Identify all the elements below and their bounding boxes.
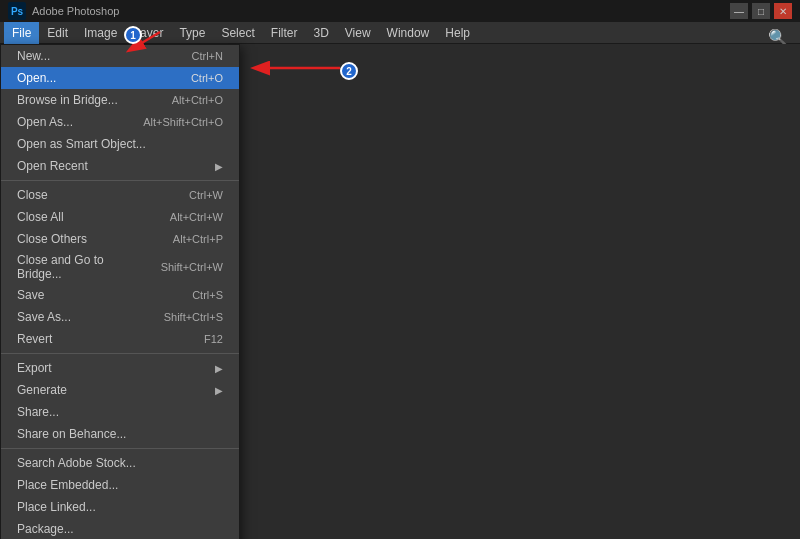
dropdown-item-label: Search Adobe Stock... xyxy=(17,456,223,470)
menu-3d[interactable]: 3D xyxy=(305,22,336,44)
menu-type[interactable]: Type xyxy=(171,22,213,44)
submenu-arrow-icon: ▶ xyxy=(215,363,223,374)
submenu-arrow-icon: ▶ xyxy=(215,161,223,172)
window-controls[interactable]: — □ ✕ xyxy=(730,3,792,19)
dropdown-item-close-all[interactable]: Close AllAlt+Ctrl+W xyxy=(1,206,239,228)
dropdown-item-open-recent[interactable]: Open Recent▶ xyxy=(1,155,239,177)
dropdown-item-save[interactable]: SaveCtrl+S xyxy=(1,284,239,306)
dropdown-item-label: Open as Smart Object... xyxy=(17,137,223,151)
dropdown-item-label: Revert xyxy=(17,332,184,346)
dropdown-item-close-and-go-to-bridge---[interactable]: Close and Go to Bridge...Shift+Ctrl+W xyxy=(1,250,239,284)
title-bar-left: Ps Adobe Photoshop xyxy=(8,2,119,20)
dropdown-item-generate[interactable]: Generate▶ xyxy=(1,379,239,401)
dropdown-item-search-adobe-stock---[interactable]: Search Adobe Stock... xyxy=(1,452,239,474)
dropdown-separator xyxy=(1,180,239,181)
dropdown-item-shortcut: Ctrl+S xyxy=(192,289,223,301)
dropdown-item-place-embedded---[interactable]: Place Embedded... xyxy=(1,474,239,496)
dropdown-item-package---[interactable]: Package... xyxy=(1,518,239,539)
menu-select[interactable]: Select xyxy=(213,22,262,44)
dropdown-item-shortcut: Shift+Ctrl+S xyxy=(164,311,223,323)
file-dropdown-menu: New...Ctrl+NOpen...Ctrl+OBrowse in Bridg… xyxy=(0,44,240,539)
badge-1: 1 xyxy=(124,26,142,44)
dropdown-item-shortcut: Ctrl+W xyxy=(189,189,223,201)
dropdown-item-shortcut: Alt+Ctrl+W xyxy=(170,211,223,223)
dropdown-item-place-linked---[interactable]: Place Linked... xyxy=(1,496,239,518)
dropdown-item-shortcut: Ctrl+N xyxy=(192,50,223,62)
dropdown-item-label: Package... xyxy=(17,522,223,536)
dropdown-item-save-as---[interactable]: Save As...Shift+Ctrl+S xyxy=(1,306,239,328)
menu-edit[interactable]: Edit xyxy=(39,22,76,44)
title-bar: Ps Adobe Photoshop — □ ✕ xyxy=(0,0,800,22)
menu-bar: File Edit Image Layer Type Select Filter… xyxy=(0,22,800,44)
dropdown-item-label: Open Recent xyxy=(17,159,215,173)
dropdown-item-share-on-behance---[interactable]: Share on Behance... xyxy=(1,423,239,445)
dropdown-item-label: Share on Behance... xyxy=(17,427,223,441)
dropdown-item-label: Place Embedded... xyxy=(17,478,223,492)
menu-file[interactable]: File xyxy=(4,22,39,44)
close-button[interactable]: ✕ xyxy=(774,3,792,19)
dropdown-item-label: New... xyxy=(17,49,172,63)
minimize-button[interactable]: — xyxy=(730,3,748,19)
menu-image[interactable]: Image xyxy=(76,22,125,44)
submenu-arrow-icon: ▶ xyxy=(215,385,223,396)
dropdown-item-export[interactable]: Export▶ xyxy=(1,357,239,379)
badge-2: 2 xyxy=(340,62,358,80)
dropdown-item-label: Close Others xyxy=(17,232,153,246)
menu-help[interactable]: Help xyxy=(437,22,478,44)
dropdown-item-label: Browse in Bridge... xyxy=(17,93,152,107)
dropdown-item-share---[interactable]: Share... xyxy=(1,401,239,423)
dropdown-item-shortcut: Alt+Ctrl+O xyxy=(172,94,223,106)
dropdown-item-shortcut: Alt+Ctrl+P xyxy=(173,233,223,245)
dropdown-item-open-as---[interactable]: Open As...Alt+Shift+Ctrl+O xyxy=(1,111,239,133)
menu-window[interactable]: Window xyxy=(379,22,438,44)
dropdown-item-shortcut: Shift+Ctrl+W xyxy=(161,261,223,273)
dropdown-item-open---[interactable]: Open...Ctrl+O xyxy=(1,67,239,89)
dropdown-item-label: Save xyxy=(17,288,172,302)
dropdown-separator xyxy=(1,353,239,354)
dropdown-item-label: Export xyxy=(17,361,215,375)
dropdown-item-shortcut: F12 xyxy=(204,333,223,345)
ps-logo: Ps xyxy=(8,2,26,20)
dropdown-item-close[interactable]: CloseCtrl+W xyxy=(1,184,239,206)
menu-filter[interactable]: Filter xyxy=(263,22,306,44)
dropdown-item-label: Open As... xyxy=(17,115,123,129)
menu-view[interactable]: View xyxy=(337,22,379,44)
dropdown-item-label: Open... xyxy=(17,71,171,85)
dropdown-item-revert[interactable]: RevertF12 xyxy=(1,328,239,350)
dropdown-item-label: Save As... xyxy=(17,310,144,324)
dropdown-item-browse-in-bridge---[interactable]: Browse in Bridge...Alt+Ctrl+O xyxy=(1,89,239,111)
dropdown-item-label: Close xyxy=(17,188,169,202)
dropdown-item-label: Close and Go to Bridge... xyxy=(17,253,141,281)
dropdown-item-label: Place Linked... xyxy=(17,500,223,514)
dropdown-item-close-others[interactable]: Close OthersAlt+Ctrl+P xyxy=(1,228,239,250)
dropdown-item-new---[interactable]: New...Ctrl+N xyxy=(1,45,239,67)
dropdown-item-label: Share... xyxy=(17,405,223,419)
dropdown-item-open-as-smart-object---[interactable]: Open as Smart Object... xyxy=(1,133,239,155)
dropdown-item-shortcut: Alt+Shift+Ctrl+O xyxy=(143,116,223,128)
app-title: Adobe Photoshop xyxy=(32,5,119,17)
dropdown-item-shortcut: Ctrl+O xyxy=(191,72,223,84)
maximize-button[interactable]: □ xyxy=(752,3,770,19)
dropdown-separator xyxy=(1,448,239,449)
dropdown-item-label: Generate xyxy=(17,383,215,397)
dropdown-item-label: Close All xyxy=(17,210,150,224)
